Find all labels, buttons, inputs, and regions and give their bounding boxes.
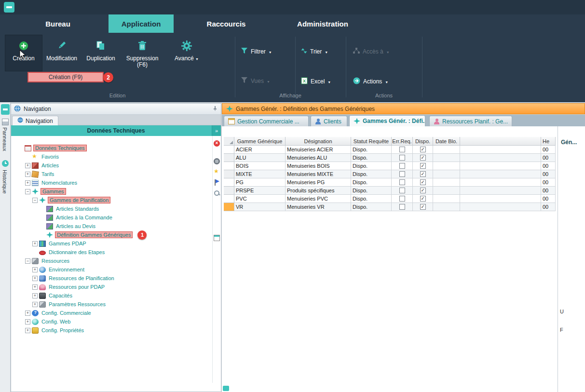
tree-item-nomenclatures[interactable]: Nomenclatures bbox=[11, 178, 212, 187]
column-header-he[interactable]: He bbox=[541, 137, 556, 146]
tree-item-config-proprietes[interactable]: Config. Propriétés bbox=[11, 326, 212, 335]
dispo-checkbox[interactable] bbox=[420, 188, 426, 193]
column-header-errreq[interactable]: Err.Req. bbox=[392, 137, 413, 146]
row-selector[interactable] bbox=[224, 146, 234, 154]
collapse-button[interactable]: » bbox=[212, 125, 221, 136]
expand-plus-icon[interactable] bbox=[25, 172, 30, 177]
table-row[interactable]: PG Menuiseries PG Dispo. 00 bbox=[224, 178, 556, 187]
avance-button[interactable]: Avancé ▼ bbox=[165, 36, 208, 62]
dropdown-arrow-icon[interactable] bbox=[269, 48, 272, 55]
expand-plus-icon[interactable] bbox=[32, 276, 38, 281]
dispo-checkbox[interactable] bbox=[420, 163, 426, 169]
tree-item-config-commerciale[interactable]: Config. Commerciale bbox=[11, 309, 212, 317]
tree-item-gammes-planification[interactable]: Gammes de Planification bbox=[11, 196, 212, 204]
err-req-checkbox[interactable] bbox=[399, 196, 405, 202]
favorites-star-icon[interactable] bbox=[214, 169, 220, 175]
dropdown-arrow-icon[interactable] bbox=[386, 48, 390, 55]
table-row[interactable]: PVC Menuiseries PVC Dispo. 00 bbox=[224, 195, 556, 203]
row-selector[interactable] bbox=[224, 170, 234, 178]
flag-icon[interactable] bbox=[214, 179, 220, 186]
expand-plus-icon[interactable] bbox=[32, 267, 38, 272]
ribbon-tab-administration[interactable]: Administration bbox=[282, 14, 363, 33]
close-red-icon[interactable]: × bbox=[214, 140, 220, 147]
horizontal-scrollbar-thumb[interactable] bbox=[223, 386, 229, 391]
tree-item-capacites[interactable]: Capacités bbox=[11, 291, 212, 300]
row-selector[interactable] bbox=[224, 187, 234, 195]
filtrer-button[interactable]: Filtrer bbox=[241, 48, 272, 55]
expand-plus-icon[interactable] bbox=[25, 328, 30, 333]
err-req-checkbox[interactable] bbox=[399, 171, 405, 177]
dispo-checkbox[interactable] bbox=[420, 171, 426, 177]
collapse-minus-icon[interactable] bbox=[32, 198, 38, 203]
tree-item-articles-commande[interactable]: Articles à la Commande bbox=[11, 213, 212, 222]
ribbon-tab-bureau[interactable]: Bureau bbox=[29, 14, 87, 33]
dropdown-arrow-icon[interactable] bbox=[267, 78, 270, 84]
table-row-selected[interactable]: VR Menuiseries VR Dispo. 00 bbox=[224, 203, 556, 211]
vues-button[interactable]: Vues bbox=[241, 77, 270, 85]
rail-tab-panneaux[interactable]: Panneaux bbox=[2, 127, 8, 151]
tree-item-config-web[interactable]: Config. Web bbox=[11, 317, 212, 326]
dispo-checkbox[interactable] bbox=[420, 204, 426, 210]
navigation-tab[interactable]: Navigation bbox=[12, 116, 58, 125]
column-header-designation[interactable]: Désignation bbox=[286, 137, 351, 146]
dispo-checkbox[interactable] bbox=[420, 155, 426, 161]
column-header-statut[interactable]: Statut Requête bbox=[351, 137, 392, 146]
tab-clients[interactable]: Clients bbox=[311, 116, 347, 126]
app-menu-button[interactable] bbox=[4, 2, 14, 13]
tab-gestion-commerciale[interactable]: Gestion Commerciale ... bbox=[224, 116, 309, 126]
search-icon[interactable] bbox=[214, 190, 220, 196]
table-row[interactable]: ALU Menuiseries ALU Dispo. 00 bbox=[224, 154, 556, 162]
duplication-button[interactable]: Duplication bbox=[82, 36, 120, 62]
suppression-button[interactable]: Suppression(F6) bbox=[122, 36, 163, 68]
table-row[interactable]: PRSPE Produits spécifiques Dispo. 00 bbox=[224, 187, 556, 195]
row-selector[interactable] bbox=[224, 178, 234, 187]
select-all-cell[interactable] bbox=[224, 137, 234, 146]
excel-button[interactable]: X Excel bbox=[301, 77, 331, 86]
dispo-checkbox[interactable] bbox=[420, 179, 426, 185]
tree-item-ressources-pdap[interactable]: Ressources pour PDAP bbox=[11, 283, 212, 291]
expand-plus-icon[interactable] bbox=[32, 241, 38, 246]
actions-button[interactable]: Actions bbox=[353, 77, 388, 86]
acces-a-button[interactable]: Accès à bbox=[353, 48, 390, 55]
current-row-selector[interactable] bbox=[224, 203, 234, 211]
ribbon-tab-application[interactable]: Application bbox=[109, 14, 174, 33]
tree-item-articles-devis[interactable]: Articles au Devis bbox=[11, 222, 212, 230]
dispo-checkbox[interactable] bbox=[420, 196, 426, 202]
expand-plus-icon[interactable] bbox=[25, 311, 30, 316]
expand-plus-icon[interactable] bbox=[25, 180, 30, 186]
err-req-checkbox[interactable] bbox=[399, 204, 405, 210]
tree-item-gammes-pdap[interactable]: Gammes PDAP bbox=[11, 239, 212, 248]
tree-item-environnement[interactable]: Environnement bbox=[11, 265, 212, 274]
table-row[interactable]: MIXTE Menuiseries MIXTE Dispo. 00 bbox=[224, 170, 556, 178]
table-row[interactable]: BOIS Menuiseries BOIS Dispo. 00 bbox=[224, 162, 556, 170]
modification-button[interactable]: Modification bbox=[42, 36, 81, 62]
tree-item-favoris[interactable]: Favoris bbox=[11, 152, 212, 161]
trier-button[interactable]: Trier bbox=[301, 48, 328, 55]
tab-gammes-generiques[interactable]: Gammes Génér. : Défi... bbox=[349, 115, 425, 126]
expand-plus-icon[interactable] bbox=[32, 293, 38, 298]
expand-plus-icon[interactable] bbox=[32, 284, 38, 290]
expand-plus-icon[interactable] bbox=[32, 302, 38, 307]
expand-plus-icon[interactable] bbox=[25, 163, 30, 168]
err-req-checkbox[interactable] bbox=[399, 179, 405, 185]
dropdown-arrow-icon[interactable] bbox=[325, 48, 328, 55]
dropdown-arrow-icon[interactable] bbox=[385, 78, 388, 85]
tree-item-definition-gammes-generiques[interactable]: Définition Gammes Génériques1 bbox=[11, 230, 212, 239]
dispo-checkbox[interactable] bbox=[420, 147, 426, 152]
tab-ressources-planif[interactable]: Ressources Planif. : Ge... bbox=[429, 116, 512, 126]
table-row[interactable]: ACIER Menuiseries ACIER Dispo. 00 bbox=[224, 146, 556, 154]
row-selector[interactable] bbox=[224, 162, 234, 170]
collapse-minus-icon[interactable] bbox=[25, 189, 30, 194]
tree-item-donnees-techniques[interactable]: Données Techniques bbox=[11, 144, 212, 152]
err-req-checkbox[interactable] bbox=[399, 188, 405, 193]
tree-item-tarifs[interactable]: Tarifs bbox=[11, 170, 212, 178]
dropdown-arrow-icon[interactable] bbox=[327, 78, 331, 85]
row-selector[interactable] bbox=[224, 154, 234, 162]
tree-item-dictionnaire-etapes[interactable]: Dictionnaire des Etapes bbox=[11, 248, 212, 257]
rail-tab-historique[interactable]: Historique bbox=[2, 170, 8, 194]
tree-item-articles[interactable]: Articles bbox=[11, 161, 212, 170]
collapse-minus-icon[interactable] bbox=[25, 258, 30, 264]
err-req-checkbox[interactable] bbox=[399, 163, 405, 169]
panel-toggle-button[interactable] bbox=[1, 104, 10, 115]
tree-item-ressources-planification[interactable]: Ressources de Planification bbox=[11, 274, 212, 283]
